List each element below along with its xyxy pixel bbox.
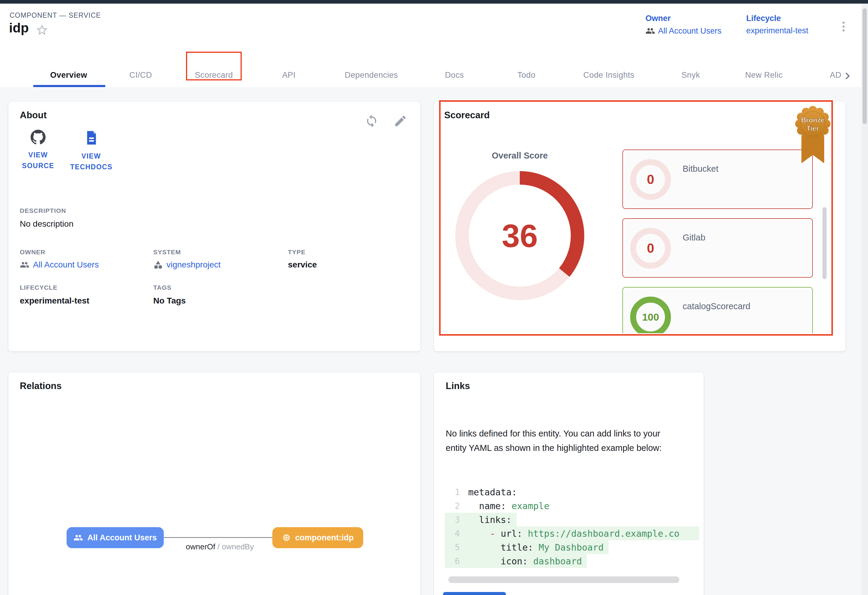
view-techdocs-label: VIEW TECHDOCS bbox=[70, 151, 112, 172]
edge-label-ownerof: ownerOf bbox=[186, 542, 216, 551]
tab-ad[interactable]: AD bbox=[830, 65, 841, 85]
overall-score-value: 36 bbox=[455, 171, 584, 300]
links-card: Links No links defined for this entity. … bbox=[434, 372, 704, 595]
relation-source-label: All Account Users bbox=[87, 533, 157, 542]
description-label: DESCRIPTION bbox=[20, 207, 66, 215]
links-card-title: Links bbox=[446, 380, 470, 391]
breadcrumb: COMPONENT — SERVICE bbox=[10, 12, 101, 19]
scorecard-item-list: 0Bitbucket0Gitlab100catalogScorecard bbox=[622, 147, 820, 333]
lifecycle-field-value: experimental-test bbox=[20, 296, 89, 306]
description-value: No description bbox=[20, 219, 74, 229]
system-field-value: vigneshproject bbox=[167, 260, 221, 269]
score-item-name: Bitbucket bbox=[683, 164, 718, 174]
owner-field-label: OWNER bbox=[20, 249, 46, 256]
more-options-icon[interactable] bbox=[837, 18, 849, 35]
relations-card-title: Relations bbox=[20, 380, 62, 391]
scorecard-card: Scorecard Overall Score 36 0Bitbucket0Gi… bbox=[434, 101, 846, 351]
page-title: idp bbox=[9, 21, 29, 36]
tabs-scroll-right-icon[interactable] bbox=[842, 71, 853, 81]
about-card-title: About bbox=[20, 110, 47, 121]
refresh-icon[interactable] bbox=[365, 114, 378, 128]
links-action-button[interactable] bbox=[443, 592, 506, 595]
type-field-label: TYPE bbox=[288, 249, 306, 256]
edge-label-ownedby: ownedBy bbox=[221, 542, 254, 551]
lifecycle-label: Lifecycle bbox=[746, 14, 808, 23]
yaml-code-block: 1metadata:2 name: example3 links:4 - url… bbox=[445, 485, 697, 568]
owner-field-value: All Account Users bbox=[33, 260, 99, 269]
relation-node-component[interactable]: component:idp bbox=[272, 527, 363, 548]
score-item-name: Gitlab bbox=[683, 233, 706, 243]
score-item-name: catalogScorecard bbox=[683, 301, 750, 311]
bronze-tier-badge: Bronze Tier bbox=[792, 104, 834, 167]
badge-line2: Tier bbox=[806, 124, 819, 132]
header-lifecycle: Lifecycle experimental-test bbox=[746, 14, 808, 36]
tab-code-insights[interactable]: Code Insights bbox=[583, 65, 634, 85]
techdocs-doc-icon bbox=[83, 130, 99, 146]
people-icon bbox=[645, 26, 655, 36]
code-line-1: 1metadata: bbox=[445, 485, 697, 499]
tab-bar: OverviewCI/CDScorecardAPIDependenciesDoc… bbox=[0, 65, 868, 87]
score-ring: 100 bbox=[630, 297, 671, 333]
relation-target-label: component:idp bbox=[295, 533, 354, 542]
owner-field-link[interactable]: All Account Users bbox=[20, 260, 99, 269]
about-card: About VIEW SOURCE VIEW TECHDOCS bbox=[8, 101, 420, 351]
tab-scorecard[interactable]: Scorecard bbox=[195, 65, 233, 85]
relation-node-user-group[interactable]: All Account Users bbox=[66, 527, 164, 548]
relations-card: Relations ownerOf / ownedBy All Account … bbox=[8, 372, 420, 595]
tab-todo[interactable]: Todo bbox=[517, 65, 535, 85]
people-icon bbox=[20, 260, 30, 269]
favorite-star-icon[interactable] bbox=[35, 24, 49, 37]
header-owner: Owner All Account Users bbox=[645, 14, 722, 36]
scorecard-list-scrollbar[interactable] bbox=[822, 207, 827, 279]
scorecard-item-gitlab[interactable]: 0Gitlab bbox=[622, 218, 813, 278]
view-source-link[interactable]: VIEW SOURCE bbox=[16, 130, 61, 171]
type-field-value: service bbox=[288, 260, 317, 269]
owner-link[interactable]: All Account Users bbox=[645, 26, 722, 36]
score-ring: 0 bbox=[630, 228, 671, 269]
score-ring: 0 bbox=[630, 159, 671, 200]
entity-header: COMPONENT — SERVICE idp Owner All Accoun… bbox=[0, 4, 868, 66]
lifecycle-link[interactable]: experimental-test bbox=[746, 26, 808, 36]
view-source-label: VIEW SOURCE bbox=[17, 149, 59, 171]
chip-icon bbox=[282, 533, 291, 542]
code-line-3: 3 links: bbox=[445, 513, 697, 527]
links-empty-message: No links defined for this entity. You ca… bbox=[446, 426, 677, 455]
relation-edge-label: ownerOf / ownedBy bbox=[164, 542, 275, 552]
owner-label: Owner bbox=[645, 14, 722, 23]
github-icon bbox=[31, 130, 46, 145]
scorecard-item-catalogscorecard[interactable]: 100catalogScorecard bbox=[622, 287, 813, 333]
tab-snyk[interactable]: Snyk bbox=[682, 65, 700, 85]
tab-api[interactable]: API bbox=[282, 65, 296, 85]
active-tab-indicator bbox=[33, 85, 105, 87]
tags-field-value: No Tags bbox=[153, 296, 186, 306]
system-field-link[interactable]: vigneshproject bbox=[153, 260, 221, 269]
owner-value: All Account Users bbox=[658, 27, 722, 36]
badge-line1: Bronze bbox=[801, 116, 825, 124]
tab-overview[interactable]: Overview bbox=[50, 65, 87, 85]
code-line-6: 6 icon: dashboard bbox=[445, 554, 697, 568]
tab-dependencies[interactable]: Dependencies bbox=[345, 65, 398, 85]
tab-docs[interactable]: Docs bbox=[445, 65, 464, 85]
overall-score-label: Overall Score bbox=[460, 151, 580, 161]
code-line-5: 5 title: My Dashboard bbox=[445, 540, 697, 554]
edge-label-separator: / bbox=[216, 542, 222, 551]
page-scrollbar-thumb[interactable] bbox=[863, 8, 867, 124]
code-line-2: 2 name: example bbox=[445, 499, 697, 513]
system-icon bbox=[153, 260, 163, 269]
code-horizontal-scrollbar[interactable] bbox=[449, 576, 679, 583]
scorecard-item-bitbucket[interactable]: 0Bitbucket bbox=[622, 149, 813, 209]
lifecycle-field-label: LIFECYCLE bbox=[20, 284, 58, 291]
lifecycle-value: experimental-test bbox=[746, 26, 808, 36]
relation-edge-line bbox=[164, 537, 272, 538]
edit-icon[interactable] bbox=[394, 114, 407, 128]
tags-field-label: TAGS bbox=[153, 284, 171, 291]
view-techdocs-link[interactable]: VIEW TECHDOCS bbox=[61, 130, 121, 172]
top-window-bar bbox=[0, 0, 868, 4]
people-icon bbox=[74, 533, 83, 542]
system-field-label: SYSTEM bbox=[153, 249, 181, 256]
tab-new-relic[interactable]: New Relic bbox=[745, 65, 782, 85]
code-line-4: 4 - url: https://dashboard.example.co bbox=[445, 527, 697, 540]
scorecard-card-title: Scorecard bbox=[444, 110, 490, 121]
tab-ci-cd[interactable]: CI/CD bbox=[129, 65, 152, 85]
